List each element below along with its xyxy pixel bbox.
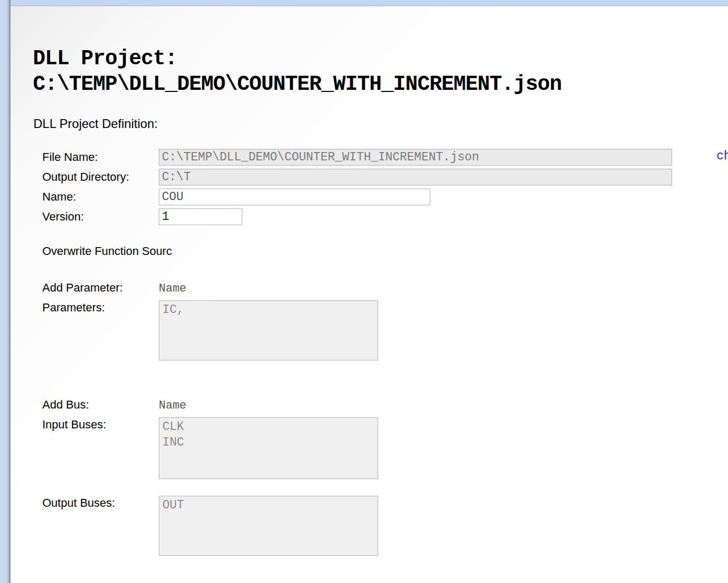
parameters-textarea[interactable]: IC,	[159, 300, 378, 360]
choose-link-fragment[interactable]: ch	[717, 149, 728, 163]
output-buses-textarea[interactable]: OUT	[159, 496, 378, 556]
file-name-input[interactable]	[159, 149, 672, 166]
page-title-line1: DLL Project:	[33, 46, 561, 72]
document-page: DLL Project: C:\TEMP\DLL_DEMO\COUNTER_WI…	[10, 6, 728, 583]
add-parameter-label: Add Parameter:	[42, 281, 123, 295]
input-buses-textarea[interactable]: CLK INC	[159, 417, 378, 479]
name-label: Name:	[42, 190, 76, 204]
version-input[interactable]	[159, 208, 242, 225]
page-title-line2: C:\TEMP\DLL_DEMO\COUNTER_WITH_INCREMENT.…	[33, 72, 561, 97]
add-bus-name-field-label: Name	[159, 399, 186, 412]
file-name-label: File Name:	[42, 150, 98, 164]
section-heading: DLL Project Definition:	[33, 116, 158, 131]
overwrite-function-source-label: Overwrite Function Sourc	[42, 244, 172, 258]
backdrop-top	[0, 0, 728, 6]
add-bus-label: Add Bus:	[42, 398, 89, 412]
name-input[interactable]	[159, 189, 430, 205]
output-directory-input[interactable]	[159, 169, 672, 185]
output-buses-label: Output Buses:	[42, 496, 115, 510]
output-directory-label: Output Directory:	[42, 170, 129, 184]
version-label: Version:	[42, 210, 84, 224]
page-title: DLL Project: C:\TEMP\DLL_DEMO\COUNTER_WI…	[33, 46, 561, 97]
add-parameter-name-field-label: Name	[159, 282, 186, 295]
backdrop-left	[0, 0, 10, 583]
parameters-label: Parameters:	[42, 301, 105, 314]
input-buses-label: Input Buses:	[42, 418, 106, 432]
